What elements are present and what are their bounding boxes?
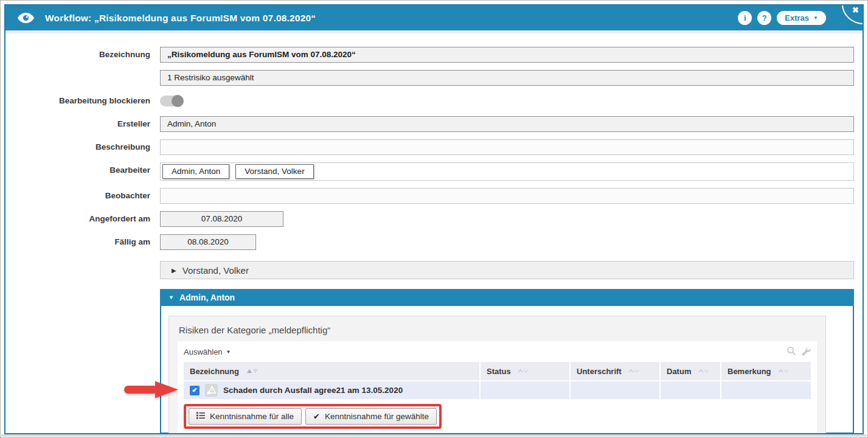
- table-row[interactable]: ✔: [184, 381, 811, 399]
- risk-table: Bezeichnung Status Untersc: [184, 362, 811, 399]
- sort-icon: [246, 366, 259, 375]
- search-icon[interactable]: [786, 346, 796, 358]
- help-button[interactable]: ?: [757, 11, 771, 25]
- extras-label: Extras: [785, 13, 809, 23]
- faellig-label: Fällig am: [5, 234, 150, 250]
- beobachter-label: Beobachter: [5, 188, 150, 204]
- beschreibung-label: Beschreibung: [5, 139, 150, 155]
- bezeichnung-label: Bezeichnung: [5, 47, 150, 63]
- blockieren-toggle[interactable]: [160, 96, 183, 106]
- bezeichnung-field[interactable]: „Risikomeldung aus ForumISM vom 07.08.20…: [160, 47, 854, 63]
- acknowledge-button-zone: Kenntnisnahme für alle ✔ Kenntnisnahme f…: [184, 404, 811, 429]
- red-arrow-annotation: [122, 377, 182, 403]
- section-admin-anton: ▼ Admin, Anton Risiken der Kategorie „me…: [160, 289, 854, 434]
- risk-warning-icon[interactable]: [205, 384, 218, 397]
- toggle-knob-icon: [172, 95, 184, 107]
- bearbeiter-tag[interactable]: Vorstand, Volker: [235, 164, 313, 179]
- button-label: Kenntnisnahme für alle: [210, 412, 294, 421]
- field-row-bezeichnung: Bezeichnung „Risikomeldung aus ForumISM …: [5, 47, 863, 63]
- section-collapsed-title: Vorstand, Volker: [182, 265, 249, 276]
- column-header-bemerkung[interactable]: Bemerkung: [721, 362, 811, 381]
- close-icon[interactable]: ✖: [852, 5, 859, 15]
- ersteller-field[interactable]: Admin, Anton: [160, 116, 854, 132]
- sort-icon: [628, 366, 639, 375]
- field-row-beobachter: Beobachter: [5, 188, 863, 204]
- auswaehlen-dropdown[interactable]: Auswählen ▼: [184, 347, 231, 356]
- risk-row-label: Schaden durch Ausfall agree21 am 13.05.2…: [223, 386, 403, 395]
- column-header-status[interactable]: Status: [480, 362, 570, 381]
- chevron-right-icon: ▶: [172, 267, 176, 274]
- wrench-icon[interactable]: [801, 346, 811, 358]
- auswaehlen-label: Auswählen: [184, 347, 223, 356]
- beschreibung-field[interactable]: [160, 139, 854, 155]
- bearbeiter-field[interactable]: Admin, Anton Vorstand, Volker: [160, 162, 854, 181]
- ersteller-label: Ersteller: [5, 116, 150, 132]
- row-checkbox[interactable]: ✔: [190, 386, 200, 395]
- eye-icon: [18, 13, 34, 23]
- dialog-title: Workflow: „Risikomeldung aus ForumISM vo…: [45, 13, 316, 24]
- extras-caret-icon: ▼: [813, 16, 818, 21]
- cell-status: [480, 381, 570, 399]
- workflow-dialog: Workflow: „Risikomeldung aus ForumISM vo…: [0, 0, 868, 438]
- chevron-down-icon: ▼: [168, 294, 174, 301]
- bearbeiter-label: Bearbeiter: [5, 162, 150, 181]
- dialog-titlebar: Workflow: „Risikomeldung aus ForumISM vo…: [5, 5, 863, 30]
- section-vorstand-volker[interactable]: ▶ Vorstand, Volker: [160, 261, 854, 279]
- field-row-restrisiko: 1 Restrisiko ausgewählt: [5, 70, 863, 86]
- red-highlight-annotation: Kenntnisnahme für alle ✔ Kenntnisnahme f…: [184, 404, 442, 429]
- extras-button[interactable]: Extras ▼: [777, 11, 826, 25]
- risk-panel: Risiken der Kategorie „meldepflichtig“ A…: [168, 316, 826, 434]
- angefordert-date-field[interactable]: 07.08.2020: [160, 211, 283, 227]
- cell-bemerkung: [721, 381, 811, 399]
- info-button[interactable]: i: [738, 11, 752, 25]
- kenntnisnahme-alle-button[interactable]: Kenntnisnahme für alle: [189, 408, 302, 425]
- sort-icon: [518, 366, 529, 375]
- risk-table-header-row: Bezeichnung Status Untersc: [184, 362, 811, 381]
- cell-datum: [660, 381, 721, 399]
- field-row-blockieren: Bearbeitung blockieren: [5, 93, 863, 109]
- restrisiko-field[interactable]: 1 Restrisiko ausgewählt: [160, 70, 854, 86]
- field-row-beschreibung: Beschreibung: [5, 139, 863, 155]
- beobachter-field[interactable]: [160, 188, 854, 204]
- sort-icon: [698, 366, 709, 375]
- bearbeiter-tag[interactable]: Admin, Anton: [162, 164, 229, 179]
- column-header-datum[interactable]: Datum: [660, 362, 721, 381]
- field-row-ersteller: Ersteller Admin, Anton: [5, 116, 863, 132]
- faellig-date-field[interactable]: 08.08.2020: [160, 234, 256, 250]
- chevron-down-icon: ▼: [226, 349, 231, 355]
- risk-table-container: Auswählen ▼: [178, 341, 817, 433]
- cell-unterschrift: [570, 381, 660, 399]
- titlebar-actions: i ? Extras ▼: [738, 11, 826, 25]
- risk-panel-title: Risiken der Kategorie „meldepflichtig“: [179, 325, 817, 335]
- column-header-unterschrift[interactable]: Unterschrift: [570, 362, 660, 381]
- toolbar-icons: [786, 346, 811, 358]
- section-admin-anton-body: Risiken der Kategorie „meldepflichtig“ A…: [160, 306, 854, 434]
- restrisiko-label-spacer: [5, 70, 150, 86]
- form-content: Bezeichnung „Risikomeldung aus ForumISM …: [5, 33, 863, 434]
- section-expanded-title: Admin, Anton: [179, 293, 235, 302]
- list-icon: [196, 412, 205, 421]
- sort-icon: [778, 366, 789, 375]
- field-row-faellig: Fällig am 08.08.2020: [5, 234, 863, 250]
- field-row-bearbeiter: Bearbeiter Admin, Anton Vorstand, Volker: [5, 162, 863, 181]
- dialog-bottom-shadow: [1, 434, 867, 437]
- cell-bezeichnung: ✔: [184, 381, 480, 399]
- workflow-dialog-frame: Workflow: „Risikomeldung aus ForumISM vo…: [4, 4, 864, 434]
- column-header-bezeichnung[interactable]: Bezeichnung: [184, 362, 480, 381]
- blockieren-label: Bearbeitung blockieren: [5, 93, 150, 109]
- angefordert-label: Angefordert am: [5, 211, 150, 227]
- risk-toolbar: Auswählen ▼: [184, 345, 811, 358]
- close-corner: ✖: [842, 4, 864, 24]
- button-label: Kenntnisnahme für gewählte: [325, 412, 429, 421]
- check-icon: ✔: [313, 412, 320, 421]
- field-row-angefordert: Angefordert am 07.08.2020: [5, 211, 863, 227]
- section-admin-anton-header[interactable]: ▼ Admin, Anton: [160, 289, 854, 306]
- kenntnisnahme-gewaehlte-button[interactable]: ✔ Kenntnisnahme für gewählte: [305, 408, 437, 425]
